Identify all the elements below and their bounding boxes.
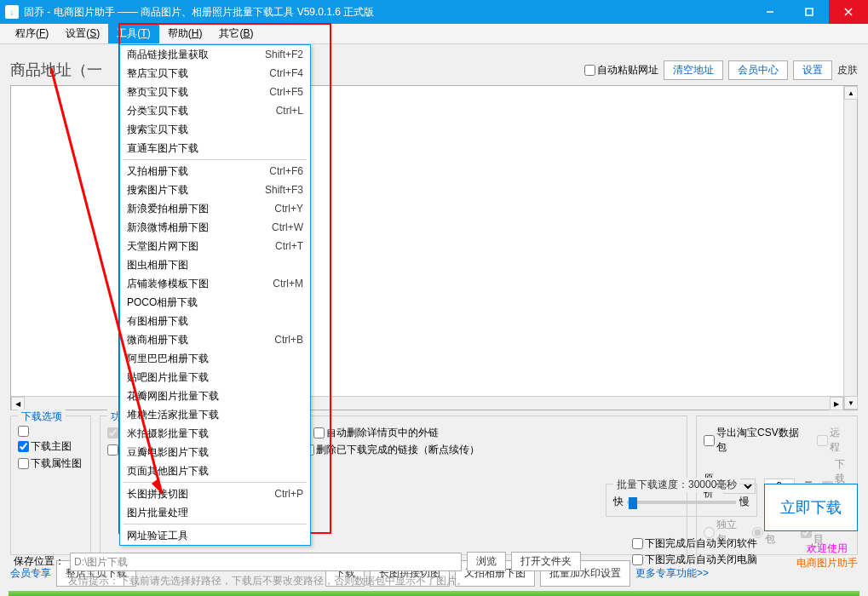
save-location-label: 保存位置： <box>14 554 65 569</box>
dropdown-separator <box>124 482 307 483</box>
dropdown-item[interactable]: 图片批量处理 <box>120 503 310 522</box>
title-bar: ↓ 固乔 - 电商图片助手 —— 商品图片、相册照片批量下载工具 V59.0.1… <box>0 0 868 24</box>
menu-bar: 程序(F)设置(S)工具(T)帮助(H)其它(B) <box>0 24 868 44</box>
dropdown-item[interactable]: 花瓣网图片批量下载 <box>120 387 310 405</box>
dropdown-item[interactable]: 整店宝贝下载Ctrl+F4 <box>120 64 310 83</box>
close-button[interactable] <box>829 0 868 24</box>
dropdown-item[interactable]: 新浪微博相册下图Ctrl+W <box>120 218 310 237</box>
menu-b[interactable]: 其它(B) <box>210 24 262 43</box>
remote-checkbox: 远程 <box>817 426 850 455</box>
dropdown-item[interactable]: 商品链接批量获取Shift+F2 <box>120 45 310 64</box>
browse-button[interactable]: 浏览 <box>467 552 506 571</box>
dropdown-item[interactable]: 网址验证工具 <box>120 526 310 545</box>
dropdown-item[interactable]: 贴吧图片批量下载 <box>120 368 310 387</box>
dropdown-item[interactable]: 图虫相册下图 <box>120 255 310 274</box>
save-row: 保存位置： D:\图片下载 浏览 打开文件夹 <box>14 552 581 571</box>
dropdown-item[interactable]: 整页宝贝下载Ctrl+F5 <box>120 83 310 101</box>
dropdown-item[interactable]: 页面其他图片下载 <box>120 461 310 480</box>
close-software-checkbox[interactable]: 下图完成后自动关闭软件 <box>632 536 757 551</box>
export-csv-checkbox[interactable]: 导出淘宝CSV数据包 <box>704 426 808 455</box>
group-title: 下载选项 <box>18 410 66 424</box>
speed-fast-label: 快 <box>613 495 624 509</box>
dropdown-item[interactable]: 微商相册下载Ctrl+B <box>120 330 310 349</box>
dropdown-item[interactable]: 分类宝贝下载Ctrl+L <box>120 101 310 120</box>
dropdown-item[interactable]: POCO相册下载 <box>120 293 310 312</box>
dropdown-item[interactable]: 米拍摄影批量下载 <box>120 424 310 443</box>
tools-dropdown: 商品链接批量获取Shift+F2整店宝贝下载Ctrl+F4整页宝贝下载Ctrl+… <box>119 44 311 546</box>
menu-f[interactable]: 程序(F) <box>7 24 57 43</box>
save-path-input[interactable]: D:\图片下载 <box>70 553 462 571</box>
settings-button[interactable]: 设置 <box>793 60 832 80</box>
skin-label[interactable]: 皮肤 <box>837 63 858 77</box>
close-pc-checkbox[interactable]: 下图完成后自动关闭电脑 <box>632 553 757 567</box>
member-center-button[interactable]: 会员中心 <box>728 60 788 80</box>
auto-del-ext-checkbox[interactable]: 自动删除详情页中的外链 <box>313 426 439 440</box>
welcome-text: 欢迎使用 电商图片助手 <box>796 542 858 570</box>
speed-title: 批量下载速度：30000毫秒 <box>613 478 740 492</box>
dropdown-item[interactable]: 店铺装修模板下图Ctrl+M <box>120 274 310 293</box>
del-done-checkbox[interactable]: 删除已下载完成的链接（断点续传） <box>303 443 480 457</box>
dropdown-separator <box>124 159 307 160</box>
dropdown-item[interactable]: 天堂图片网下图Ctrl+T <box>120 237 310 255</box>
speed-slow-label: 慢 <box>739 495 750 509</box>
menu-t[interactable]: 工具(T) <box>108 24 158 43</box>
auto-paste-checkbox[interactable]: 自动粘贴网址 <box>584 63 658 77</box>
dropdown-item[interactable]: 堆糖生活家批量下载 <box>120 405 310 424</box>
svg-rect-1 <box>806 9 813 15</box>
dropdown-item[interactable]: 豆瓣电影图片下载 <box>120 443 310 461</box>
dropdown-item[interactable]: 又拍相册下载Ctrl+F6 <box>120 162 310 181</box>
address-label: 商品地址（一 <box>10 60 102 80</box>
download-main-checkbox[interactable]: 下载主图 <box>18 439 72 454</box>
window-title: 固乔 - 电商图片助手 —— 商品图片、相册照片批量下载工具 V59.0.1.6… <box>24 5 750 20</box>
open-folder-button[interactable]: 打开文件夹 <box>511 552 581 571</box>
start-download-button[interactable]: 立即下载 <box>764 484 858 531</box>
hint-text: 友情提示：下载前请先选择好路径，下载后不要改变路径，否则数据包中显示不了图片。 <box>68 574 467 588</box>
dropdown-item[interactable]: 长图拼接切图Ctrl+P <box>120 484 310 503</box>
chk-hidden[interactable] <box>18 426 29 437</box>
dropdown-separator <box>124 524 307 524</box>
app-icon: ↓ <box>5 5 19 19</box>
status-bar <box>9 591 859 596</box>
dropdown-item[interactable]: 搜索图片下载Shift+F3 <box>120 181 310 199</box>
dropdown-item[interactable]: 有图相册下载 <box>120 312 310 330</box>
menu-s[interactable]: 设置(S) <box>57 24 108 43</box>
download-options-group: 下载选项 下载主图 下载属性图 <box>10 415 91 555</box>
speed-slider[interactable] <box>627 501 736 504</box>
minimize-button[interactable] <box>750 0 790 24</box>
maximize-button[interactable] <box>790 0 829 24</box>
menu-h[interactable]: 帮助(H) <box>159 24 211 43</box>
clear-address-button[interactable]: 清空地址 <box>664 60 723 80</box>
vertical-scrollbar[interactable]: ▲▼ <box>843 86 857 410</box>
speed-group: 批量下载速度：30000毫秒 快 慢 <box>606 484 757 517</box>
dropdown-item[interactable]: 搜索宝贝下载 <box>120 120 310 139</box>
download-attr-checkbox[interactable]: 下载属性图 <box>18 456 82 471</box>
dropdown-item[interactable]: 阿里巴巴相册下载 <box>120 349 310 368</box>
dropdown-item[interactable]: 新浪爱拍相册下图Ctrl+Y <box>120 199 310 218</box>
dropdown-item[interactable]: 直通车图片下载 <box>120 139 310 158</box>
